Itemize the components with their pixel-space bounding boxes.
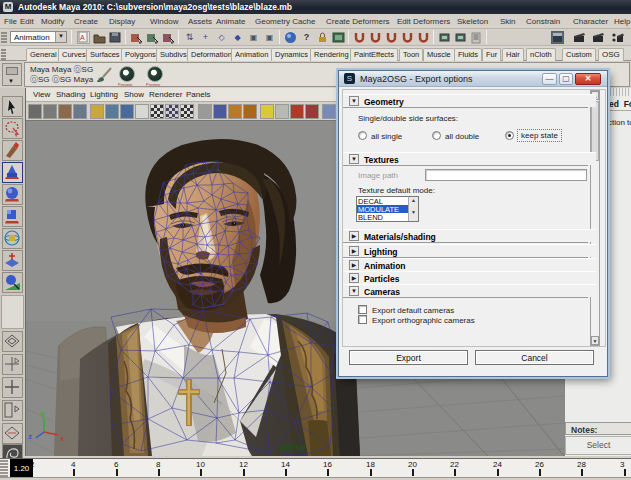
svg-text:y: y [40, 409, 45, 418]
svg-text:x: x [60, 434, 65, 443]
svg-text:z: z [28, 432, 32, 441]
svg-text:A: A [80, 34, 85, 41]
svg-text:persp: persp [281, 442, 306, 452]
